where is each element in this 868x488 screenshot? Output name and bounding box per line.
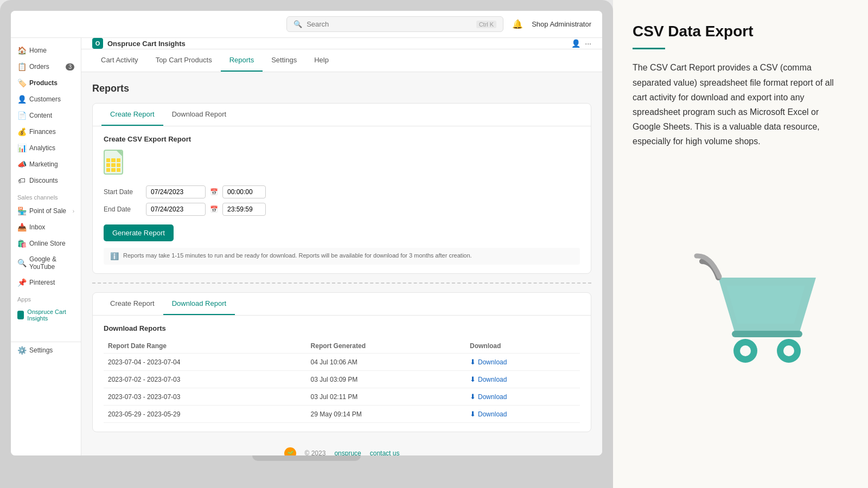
create-report-card: Create Report Download Report Create CSV… xyxy=(92,103,591,274)
start-date-calendar-icon[interactable]: 📅 xyxy=(210,188,218,196)
sidebar-item-inbox[interactable]: 📥 Inbox xyxy=(11,219,81,235)
cell-generated-3: 29 May 09:14 PM xyxy=(307,406,465,423)
page-title: Reports xyxy=(92,83,591,94)
content-area: O Onspruce Cart Insights 👤 ··· Cart Acti… xyxy=(81,38,602,455)
sidebar-item-content[interactable]: 📄 Content xyxy=(11,107,81,124)
discounts-icon: 🏷 xyxy=(17,176,26,185)
download-report-tab-top[interactable]: Download Report xyxy=(163,104,235,126)
customers-icon: 👤 xyxy=(17,95,26,104)
analytics-icon: 📊 xyxy=(17,144,26,152)
download-link-2[interactable]: ⬇ Download xyxy=(470,393,576,401)
reports-table: Report Date Range Report Generated Downl… xyxy=(104,339,580,423)
cart-svg xyxy=(686,245,848,386)
sidebar-item-pinterest[interactable]: 📌 Pinterest xyxy=(11,274,81,291)
start-time-input[interactable] xyxy=(222,185,266,198)
download-report-tab-bottom[interactable]: Download Report xyxy=(163,293,235,315)
download-link-1[interactable]: ⬇ Download xyxy=(470,375,576,383)
sidebar-item-google[interactable]: 🔍 Google & YouTube xyxy=(11,252,81,274)
footer-brand-link[interactable]: onspruce xyxy=(334,450,361,455)
sidebar-item-orders[interactable]: 📋 Orders 3 xyxy=(11,59,81,75)
cell-date-range-0: 2023-07-04 - 2023-07-04 xyxy=(104,354,307,371)
cell-download-3: ⬇ Download xyxy=(465,406,580,423)
create-report-body: Create CSV Export Report xyxy=(93,126,591,273)
content-icon: 📄 xyxy=(17,111,26,120)
sidebar-item-online-store[interactable]: 🛍️ Online Store xyxy=(11,235,81,252)
app-title: O Onspruce Cart Insights xyxy=(92,38,186,49)
online-store-icon: 🛍️ xyxy=(17,239,26,248)
csv-file-icon xyxy=(104,150,127,178)
col-header-generated: Report Generated xyxy=(307,339,465,354)
tab-top-cart-products[interactable]: Top Cart Products xyxy=(147,49,221,72)
cell-generated-1: 03 Jul 03:09 PM xyxy=(307,371,465,388)
user-icon-btn[interactable]: 👤 xyxy=(571,39,580,48)
footer-logo: 🌱 xyxy=(284,447,296,455)
app-header: O Onspruce Cart Insights 👤 ··· xyxy=(81,38,602,49)
search-icon: 🔍 xyxy=(293,20,302,28)
tab-reports[interactable]: Reports xyxy=(221,49,263,72)
tab-settings[interactable]: Settings xyxy=(263,49,305,72)
download-link-3[interactable]: ⬇ Download xyxy=(470,410,576,418)
search-box[interactable]: 🔍 Ctrl K xyxy=(286,16,503,32)
sidebar-item-marketing[interactable]: 📣 Marketing xyxy=(11,156,81,172)
right-panel-title: CSV Data Export xyxy=(633,22,848,41)
sidebar-settings: ⚙️ Settings xyxy=(11,342,81,358)
cell-date-range-1: 2023-07-02 - 2023-07-03 xyxy=(104,371,307,388)
sidebar-item-products[interactable]: 🏷️ Products xyxy=(11,75,81,91)
start-date-label: Start Date xyxy=(104,188,142,196)
download-icon-3: ⬇ xyxy=(470,410,476,418)
sales-channels-title: Sales channels xyxy=(11,189,81,203)
finances-icon: 💰 xyxy=(17,127,26,136)
end-date-input[interactable] xyxy=(146,203,206,216)
download-report-body: Download Reports Report Date Range Repor… xyxy=(93,316,591,432)
app-header-right: 👤 ··· xyxy=(571,39,591,48)
svg-point-4 xyxy=(783,345,794,356)
table-row: 2023-07-04 - 2023-07-04 04 Jul 10:06 AM … xyxy=(104,354,580,371)
cell-download-0: ⬇ Download xyxy=(465,354,580,371)
end-date-row: End Date 📅 xyxy=(104,203,580,216)
onspruce-icon xyxy=(17,311,24,319)
orders-badge: 3 xyxy=(66,63,74,70)
create-report-tab[interactable]: Create Report xyxy=(101,104,163,126)
admin-name: Shop Administrator xyxy=(532,20,591,28)
sidebar-item-finances[interactable]: 💰 Finances xyxy=(11,124,81,140)
end-date-calendar-icon[interactable]: 📅 xyxy=(210,206,218,213)
nav-tabs: Cart Activity Top Cart Products Reports … xyxy=(81,49,602,72)
home-icon: 🏠 xyxy=(17,46,26,55)
svg-point-3 xyxy=(740,345,751,356)
cell-generated-0: 04 Jul 10:06 AM xyxy=(307,354,465,371)
table-row: 2023-07-02 - 2023-07-03 03 Jul 03:09 PM … xyxy=(104,371,580,388)
sidebar-item-settings[interactable]: ⚙️ Settings xyxy=(11,342,81,358)
col-header-download: Download xyxy=(465,339,580,354)
top-bar: 🔍 Ctrl K 🔔 Shop Administrator xyxy=(11,11,602,38)
start-date-row: Start Date 📅 xyxy=(104,185,580,198)
download-link-0[interactable]: ⬇ Download xyxy=(470,358,576,366)
tab-help[interactable]: Help xyxy=(305,49,337,72)
sidebar-item-analytics[interactable]: 📊 Analytics xyxy=(11,140,81,156)
sidebar-item-onspruce[interactable]: Onspruce Cart Insights xyxy=(11,305,81,325)
sidebar-item-pos[interactable]: 🏪 Point of Sale › xyxy=(11,203,81,219)
top-right: 🔔 Shop Administrator xyxy=(512,19,591,29)
info-note: ℹ️ Reports may take 1-15 minutes to run … xyxy=(104,248,580,265)
sidebar-item-customers[interactable]: 👤 Customers xyxy=(11,91,81,107)
cell-download-2: ⬇ Download xyxy=(465,388,580,406)
orders-icon: 📋 xyxy=(17,62,26,71)
end-time-input[interactable] xyxy=(222,203,266,216)
generate-report-button[interactable]: Generate Report xyxy=(104,224,174,241)
footer-contact-link[interactable]: contact us xyxy=(370,450,400,455)
more-options-btn[interactable]: ··· xyxy=(585,39,591,48)
right-panel-divider xyxy=(633,48,665,49)
create-section-title: Create CSV Export Report xyxy=(104,135,580,143)
tab-cart-activity[interactable]: Cart Activity xyxy=(92,49,147,72)
cell-date-range-2: 2023-07-03 - 2023-07-03 xyxy=(104,388,307,406)
pos-arrow: › xyxy=(73,208,74,214)
search-input[interactable] xyxy=(307,20,472,28)
download-section-title: Download Reports xyxy=(104,324,580,332)
bell-icon[interactable]: 🔔 xyxy=(512,19,523,29)
end-date-label: End Date xyxy=(104,206,142,213)
sidebar-item-discounts[interactable]: 🏷 Discounts xyxy=(11,172,81,189)
create-report-tab-bottom[interactable]: Create Report xyxy=(101,293,163,315)
sidebar-item-home[interactable]: 🏠 Home xyxy=(11,42,81,59)
start-date-input[interactable] xyxy=(146,185,206,198)
cart-illustration xyxy=(633,165,848,466)
pos-icon: 🏪 xyxy=(17,207,26,215)
